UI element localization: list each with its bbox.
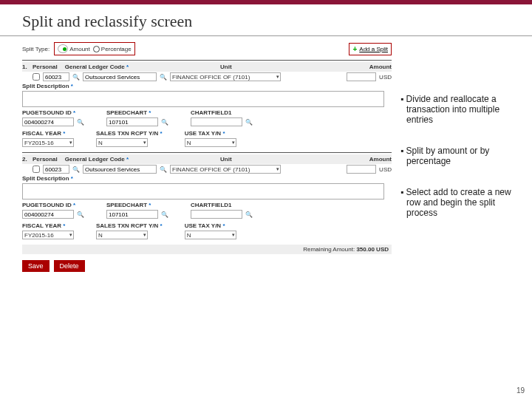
speedchart-label: SPEEDCHART xyxy=(106,109,168,116)
radio-amount[interactable]: Amount xyxy=(58,44,90,53)
add-split-button[interactable]: + Add a Split xyxy=(349,43,392,55)
gl-code-input[interactable] xyxy=(43,72,69,81)
usetax-select[interactable]: N xyxy=(185,231,236,239)
lookup-icon[interactable]: 🔍 xyxy=(77,211,84,218)
split-type-group: Amount Percentage xyxy=(54,42,135,55)
chartfield-label: CHARTFIELD1 xyxy=(191,109,253,116)
lookup-icon[interactable]: 🔍 xyxy=(160,166,167,173)
personal-checkbox[interactable] xyxy=(33,166,40,173)
lookup-icon[interactable]: 🔍 xyxy=(245,211,253,218)
salestax-label: SALES TXN RCPT Y/N xyxy=(96,130,163,137)
personal-header: Personal xyxy=(33,64,58,70)
salestax-select[interactable]: N xyxy=(96,231,148,239)
split-desc-textarea[interactable] xyxy=(22,183,384,200)
delete-button[interactable]: Delete xyxy=(54,260,85,272)
lookup-icon[interactable]: 🔍 xyxy=(77,118,84,126)
psid-label: PUGETSOUND ID xyxy=(22,109,84,116)
gl-code-input[interactable] xyxy=(43,165,69,174)
fiscalyear-label: FISCAL YEAR xyxy=(22,222,74,229)
remaining-amount: Remaining Amount: 350.00 USD xyxy=(22,245,392,254)
gl-desc-input[interactable] xyxy=(83,165,157,174)
lookup-icon[interactable]: 🔍 xyxy=(72,73,80,81)
split-desc-label: Split Description xyxy=(22,175,73,182)
split-desc-label: Split Description xyxy=(22,83,73,89)
chartfield-input[interactable] xyxy=(191,117,242,126)
bullet-text: ▪ Divide and reallocate a transaction in… xyxy=(400,94,519,125)
psid-label: PUGETSOUND ID xyxy=(22,202,84,208)
unit-select[interactable]: FINANCE OFFICE OF (7101) xyxy=(170,165,281,174)
salestax-label: SALES TXN RCPT Y/N xyxy=(96,222,163,229)
speedchart-input[interactable] xyxy=(106,117,158,126)
amount-header: Amount xyxy=(369,156,392,163)
fiscalyear-select[interactable]: FY2015-16 xyxy=(22,231,74,239)
fiscalyear-label: FISCAL YEAR xyxy=(22,130,74,137)
chartfield-label: CHARTFIELD1 xyxy=(191,202,253,208)
psid-input[interactable] xyxy=(22,210,74,219)
sidebar-notes: ▪ Divide and reallocate a transaction in… xyxy=(400,42,519,272)
speedchart-label: SPEEDCHART xyxy=(106,202,168,208)
plus-icon: + xyxy=(352,45,357,53)
row-num: 2. xyxy=(22,156,30,163)
usetax-select[interactable]: N xyxy=(185,138,236,147)
page-title: Split and reclassify screen xyxy=(0,4,532,36)
bullet-text: ▪ Split by amount or by percentage xyxy=(400,146,519,166)
speedchart-input[interactable] xyxy=(106,210,158,219)
split-desc-textarea[interactable] xyxy=(22,91,384,107)
chartfield-input[interactable] xyxy=(191,210,242,219)
salestax-select[interactable]: N xyxy=(96,138,148,147)
amount-header: Amount xyxy=(369,64,392,70)
lookup-icon[interactable]: 🔍 xyxy=(72,166,80,173)
unit-select[interactable]: FINANCE OFFICE OF (7101) xyxy=(170,72,281,81)
save-button[interactable]: Save xyxy=(22,260,50,272)
usetax-label: USE TAX Y/N xyxy=(185,130,236,137)
form-area: Split Type: Amount Percentage + Add a Sp… xyxy=(22,42,392,272)
fiscalyear-select[interactable]: FY2015-16 xyxy=(22,138,74,147)
personal-checkbox[interactable] xyxy=(33,73,40,81)
row-num: 1. xyxy=(22,64,30,70)
amount-input[interactable] xyxy=(347,165,376,174)
currency-label: USD xyxy=(379,74,392,81)
glc-header: General Ledger Code xyxy=(65,156,129,163)
lookup-icon[interactable]: 🔍 xyxy=(161,118,168,126)
amount-input[interactable] xyxy=(347,72,376,81)
lookup-icon[interactable]: 🔍 xyxy=(245,118,253,126)
usetax-label: USE TAX Y/N xyxy=(185,222,236,229)
radio-percentage[interactable]: Percentage xyxy=(93,46,132,52)
unit-header: Unit xyxy=(220,64,232,70)
bullet-text: ▪ Select add to create a new row and beg… xyxy=(400,187,519,218)
personal-header: Personal xyxy=(33,156,58,163)
gl-desc-input[interactable] xyxy=(83,72,157,81)
glc-header: General Ledger Code xyxy=(65,64,129,70)
split-type-label: Split Type: xyxy=(22,46,50,52)
psid-input[interactable] xyxy=(22,117,74,126)
currency-label: USD xyxy=(379,166,392,173)
lookup-icon[interactable]: 🔍 xyxy=(160,73,167,81)
lookup-icon[interactable]: 🔍 xyxy=(161,211,168,218)
unit-header: Unit xyxy=(220,156,232,163)
page-number: 19 xyxy=(516,386,525,395)
